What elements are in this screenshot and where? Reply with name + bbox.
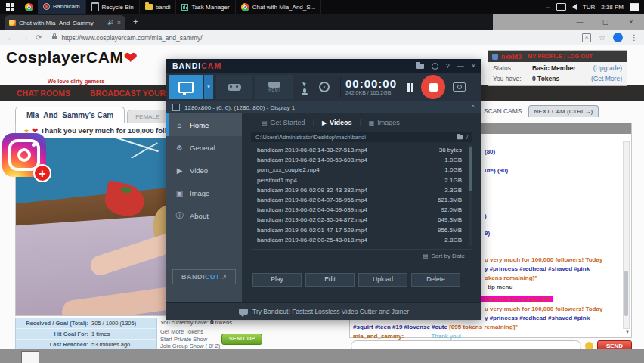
bandicut-button[interactable]: BANDICUT↗ bbox=[172, 269, 236, 284]
file-row[interactable]: bandicam 2019-06-02 04-07-36-956.mp4621.… bbox=[251, 195, 472, 205]
sort-label: Sort by Date bbox=[432, 253, 465, 259]
next-cam-button[interactable]: NEXT CAM (CTRL→) bbox=[528, 105, 599, 117]
file-row[interactable]: bandicam 2019-06-02 14-38-27-513.mp436 b… bbox=[251, 145, 472, 155]
taskbar-item-recycle-bin[interactable]: Recycle Bin bbox=[86, 0, 140, 14]
chat-hashtags[interactable]: #squirt #teen #19 #lovense #cute bbox=[353, 324, 449, 330]
tab-mia-and-sammy[interactable]: Mia_And_Sammy's Cam bbox=[15, 107, 125, 123]
capture-target-label: 1280x800 - (0, 0), (1280, 800) - Display… bbox=[184, 104, 295, 111]
start-button[interactable] bbox=[0, 0, 20, 14]
tab-images[interactable]: ▦ Images bbox=[369, 119, 400, 126]
upgrade-link[interactable]: (Upgrade) bbox=[593, 64, 622, 72]
capture-target-bar[interactable]: 1280x800 - (0, 0), (1280, 800) - Display… bbox=[166, 101, 481, 113]
file-row[interactable]: bandicam 2019-06-02 00-25-48-018.mp42.8G… bbox=[251, 235, 472, 245]
taskbar-item-bandi-folder[interactable]: bandi bbox=[140, 0, 177, 14]
forward-button[interactable]: → bbox=[21, 33, 29, 42]
tab-close-icon[interactable]: × bbox=[117, 19, 121, 26]
webcam-overlay-icon[interactable] bbox=[319, 82, 330, 92]
pause-button[interactable] bbox=[407, 83, 413, 92]
tab-female[interactable]: FEMALE bbox=[127, 110, 168, 123]
window-minimize-button[interactable]: — bbox=[567, 14, 593, 30]
schedule-icon[interactable] bbox=[432, 63, 438, 70]
screenshot-camera-icon[interactable] bbox=[453, 82, 466, 92]
file-list-scrollbar-thumb[interactable] bbox=[469, 147, 472, 191]
file-name: bandicam 2019-06-02 00-25-48-018.mp4 bbox=[251, 237, 418, 244]
volume-muted-icon[interactable] bbox=[572, 4, 577, 10]
upload-button[interactable]: Upload bbox=[358, 273, 407, 287]
checkbox[interactable] bbox=[172, 104, 180, 111]
sidebar-item-video[interactable]: ▶ Video bbox=[166, 159, 242, 182]
get-more-link[interactable]: (Get More) bbox=[591, 75, 622, 82]
instagram-follow-badge[interactable]: + bbox=[33, 164, 51, 182]
collapse-chevron-icon[interactable]: ⌃ bbox=[470, 104, 475, 111]
mode-dropdown-button[interactable]: ▼ bbox=[204, 75, 213, 99]
browser-menu-icon[interactable]: ⋮ bbox=[630, 33, 638, 42]
browser-tab[interactable]: Chat with Mia_And_Sammy 🔊 × bbox=[5, 15, 125, 30]
device-recording-mode-button[interactable]: HDMI bbox=[255, 75, 293, 99]
tab-audio-icon[interactable]: 🔊 bbox=[107, 20, 114, 26]
file-list-scrollbar[interactable] bbox=[469, 145, 472, 246]
file-row[interactable]: bandicam 2019-06-02 04-04-59-039.mp492.0… bbox=[251, 205, 472, 215]
file-row[interactable]: bandicam 2019-06-02 02-30-54-872.mp4649.… bbox=[251, 215, 472, 225]
new-tab-button[interactable]: + bbox=[133, 17, 138, 27]
microphone-icon[interactable] bbox=[303, 88, 306, 93]
browse-folder-icon[interactable] bbox=[457, 135, 463, 139]
clock[interactable]: 2:38 PM bbox=[601, 4, 624, 11]
file-row[interactable]: bandicam 2019-06-02 09-32-43-382.mp43.3G… bbox=[251, 185, 472, 195]
tab-videos[interactable]: ▶ Videos bbox=[322, 119, 352, 126]
profile-logout-links[interactable]: MY PROFILE | LOG OUT bbox=[528, 53, 593, 60]
open-folder-icon[interactable] bbox=[416, 64, 424, 69]
cursor-overlay-icon[interactable] bbox=[302, 81, 307, 86]
game-recording-mode-button[interactable] bbox=[216, 75, 252, 99]
reload-button[interactable]: ⟳ bbox=[36, 33, 42, 42]
language-indicator[interactable]: TUR bbox=[583, 4, 595, 11]
bandicam-titlebar[interactable]: BANDICAM ? — × bbox=[166, 59, 481, 73]
url-text[interactable]: https://www.cosplayercam.com/mia_and_sam… bbox=[61, 34, 582, 42]
screen-recording-mode-button[interactable] bbox=[169, 75, 203, 99]
window-maximize-button[interactable]: ▢ bbox=[593, 14, 618, 30]
close-icon[interactable]: × bbox=[472, 62, 475, 70]
output-path-bar[interactable]: C:\Users\Administrator\Desktop\mach\band… bbox=[251, 132, 472, 142]
chat-scrollbar-thumb[interactable] bbox=[624, 271, 628, 316]
taskbar-chrome-button[interactable] bbox=[20, 3, 38, 11]
ssl-lock-icon[interactable] bbox=[52, 36, 57, 39]
taskbar-item-chat[interactable]: Chat with Mia_And_S... bbox=[236, 0, 322, 14]
play-button[interactable]: Play bbox=[252, 273, 302, 287]
chat-scrollbar[interactable] bbox=[623, 141, 630, 329]
sidebar-item-home[interactable]: ⌂ Home bbox=[166, 113, 242, 136]
file-row[interactable]: bandicam 2019-06-02 01-47-17-529.mp4956.… bbox=[251, 225, 472, 235]
back-button[interactable]: ← bbox=[7, 33, 14, 42]
taskbar-item-bandicam[interactable]: Bandicam bbox=[38, 0, 86, 14]
bandicut-promo-footer[interactable]: Try Bandicut! Fastest Lossless Video Cut… bbox=[166, 302, 481, 320]
record-stop-button[interactable] bbox=[421, 75, 445, 99]
bookmark-star-icon[interactable]: ☆ bbox=[599, 33, 605, 42]
scan-cams-link[interactable]: SCAN CAMS bbox=[484, 107, 522, 117]
network-icon[interactable] bbox=[556, 3, 566, 11]
translate-icon[interactable]: A bbox=[582, 33, 591, 42]
notification-icon[interactable] bbox=[630, 3, 639, 11]
file-row[interactable]: bandicam 2019-06-02 14-00-59-603.mp41.0G… bbox=[251, 155, 472, 165]
bottom-bar-widget[interactable] bbox=[21, 351, 39, 363]
window-close-button[interactable]: × bbox=[618, 14, 644, 30]
instagram-overlay[interactable]: + bbox=[2, 133, 46, 177]
file-row[interactable]: persifnut1.mp42.1GB bbox=[251, 175, 472, 185]
tab-get-started[interactable]: ▤ Get Started bbox=[262, 119, 305, 126]
send-tip-button[interactable]: SEND TIP bbox=[221, 334, 262, 345]
site-logo[interactable]: CosplayerCAM❤ bbox=[6, 48, 138, 68]
help-icon[interactable]: ? bbox=[446, 62, 450, 70]
tray-chevron-icon[interactable]: ⌄ bbox=[546, 4, 550, 10]
sidebar-item-image[interactable]: ▣ Image bbox=[166, 182, 242, 204]
sort-row[interactable]: ▤ Sort by Date bbox=[251, 249, 472, 262]
scroll-down-icon[interactable]: ▼ bbox=[625, 330, 630, 334]
minimize-icon[interactable]: — bbox=[457, 62, 464, 70]
sidebar-item-about[interactable]: ⓘ About bbox=[166, 204, 242, 227]
file-name: bandicam 2019-06-02 04-04-59-039.mp4 bbox=[251, 206, 418, 213]
delete-button[interactable]: Delete bbox=[411, 273, 460, 287]
nav-chat-rooms[interactable]: CHAT ROOMS bbox=[17, 88, 70, 98]
file-row[interactable]: porn_xxx_couple2.mp41.0GB bbox=[251, 165, 472, 175]
profile-avatar[interactable] bbox=[613, 33, 623, 42]
username[interactable]: nxxkt9 bbox=[501, 53, 522, 60]
chat-sender-name[interactable]: mia_and_sammy: bbox=[353, 333, 404, 340]
taskbar-item-task-manager[interactable]: Task Manager bbox=[176, 0, 235, 14]
sidebar-item-general[interactable]: ⚙ General bbox=[166, 136, 242, 159]
edit-button[interactable]: Edit bbox=[305, 273, 355, 287]
